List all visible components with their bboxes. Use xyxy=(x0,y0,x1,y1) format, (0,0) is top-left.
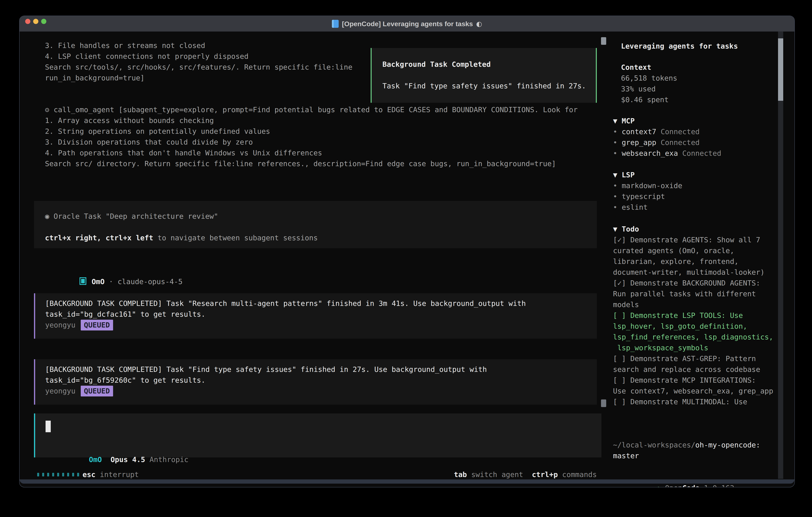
oracle-task-hint: ctrl+x right, ctrl+x left to navigate be… xyxy=(45,233,318,243)
chevron-down-icon: ▼ xyxy=(613,225,617,233)
mcp-item: • websearch_exa Connected xyxy=(613,148,721,159)
todo-section: ▼ Todo [✓] Demonstrate AGENTS: Show all … xyxy=(613,224,773,407)
task-result-line: task_id="bg_dcfac161" to get results. xyxy=(45,309,597,320)
agent-name: OmO xyxy=(91,277,105,286)
sidebar-scrollbar-thumb[interactable] xyxy=(778,38,783,101)
background-task-notification[interactable]: Background Task Completed Task "Find typ… xyxy=(371,48,597,103)
tool-call-text: call_omo_agent [subagent_type=explore, p… xyxy=(54,106,578,114)
transcript-line: Search src/tools/, src/hooks/, src/featu… xyxy=(45,62,352,73)
input-model-name: Opus 4.5 xyxy=(111,456,145,464)
mcp-item-name: websearch_exa xyxy=(621,149,678,157)
context-section: Context 66,518 tokens 33% used $0.46 spe… xyxy=(621,62,677,105)
mcp-section: ▼ MCP • context7 Connected • grep_app Co… xyxy=(613,115,721,159)
transcript-line: 4. LSP client connections not properly d… xyxy=(45,51,352,62)
notification-body: Task "Find type safety issues" finished … xyxy=(382,81,586,91)
oracle-task-title: ◉ Oracle Task "Deep architecture review" xyxy=(45,211,218,222)
context-header: Context xyxy=(621,62,677,73)
zoom-button[interactable] xyxy=(41,19,46,24)
keyboard-hints: tab switch agent ctrl+p commands xyxy=(454,469,597,480)
path-prefix: ~/local-workspaces/ xyxy=(613,441,695,449)
app-version: 1.0.163 xyxy=(700,484,734,487)
agent-square-icon xyxy=(80,277,86,285)
desktop: [OpenCode] Leveraging agents for tasks ◐… xyxy=(0,0,812,517)
background-task-message: [BACKGROUND TASK COMPLETED] Task "Resear… xyxy=(34,293,597,339)
minimize-button[interactable] xyxy=(33,19,38,24)
status-badge: QUEUED xyxy=(81,386,113,397)
todo-header-label: Todo xyxy=(621,225,639,233)
transcript-line: 4. Path operations that don't handle Win… xyxy=(45,147,578,158)
tool-call-line: ⚙ call_omo_agent [subagent_type=explore,… xyxy=(45,104,578,115)
terminal-window: [OpenCode] Leveraging agents for tasks ◐… xyxy=(19,16,795,487)
task-result-line: [BACKGROUND TASK COMPLETED] Task "Find t… xyxy=(45,364,597,375)
status-bar: esc interrupt tab switch agent ctrl+p co… xyxy=(20,469,609,480)
lsp-header[interactable]: ▼ LSP xyxy=(613,169,682,180)
todo-line-active: lsp_hover, lsp_goto_definition, xyxy=(613,321,773,332)
bullet-icon: • xyxy=(613,192,617,200)
terminal-content: 3. File handles or streams not closed 4.… xyxy=(20,32,794,484)
todo-line: document-writer, multimodal-looker) xyxy=(613,267,773,278)
transcript-block-2: ⚙ call_omo_agent [subagent_type=explore,… xyxy=(45,104,578,169)
todo-header[interactable]: ▼ Todo xyxy=(613,224,773,235)
notification-title: Background Task Completed xyxy=(382,59,491,70)
task-result-line: [BACKGROUND TASK COMPLETED] Task "Resear… xyxy=(45,298,597,309)
todo-line: Run parallel tasks with different xyxy=(613,289,773,299)
status-badge: QUEUED xyxy=(81,320,113,330)
workspace-path: ~/local-workspaces/oh-my-opencode: maste… xyxy=(613,440,760,461)
window-bottom-edge xyxy=(20,480,794,484)
bullet-icon: • xyxy=(613,138,617,146)
lsp-item-name: typescript xyxy=(621,192,665,200)
background-task-message: [BACKGROUND TASK COMPLETED] Task "Find t… xyxy=(34,359,597,405)
transcript-line: Search src/ directory. Return specific f… xyxy=(45,158,578,169)
window-titlebar[interactable]: [OpenCode] Leveraging agents for tasks ◐ xyxy=(20,16,794,32)
transcript-line: 3. File handles or streams not closed xyxy=(45,40,352,51)
mcp-header[interactable]: ▼ MCP xyxy=(613,115,721,126)
task-author: yeongyu xyxy=(45,321,76,329)
chevron-down-icon: ▼ xyxy=(613,171,617,179)
secondary-scrollbar-thumb[interactable] xyxy=(601,400,606,407)
todo-line: models xyxy=(613,299,773,310)
folder-icon xyxy=(332,20,339,28)
todo-line: curated agents (OmO, oracle, xyxy=(613,245,773,256)
transcript-line: 2. String operations on potentially unde… xyxy=(45,126,578,137)
mcp-item-name: grep_app xyxy=(621,138,656,146)
app-name-dim: Open xyxy=(665,484,682,487)
context-tokens: 66,518 tokens xyxy=(621,73,677,84)
mcp-item: • grep_app Connected xyxy=(613,137,721,148)
todo-line-active: lsp_find_references, lsp_diagnostics, xyxy=(613,332,773,343)
main-scrollbar-thumb[interactable] xyxy=(601,37,606,45)
lsp-item: • markdown-oxide xyxy=(613,180,682,191)
todo-line: search and replace across codebase xyxy=(613,364,773,375)
session-title: Leveraging agents for tasks xyxy=(621,41,738,52)
task-result-line: task_id="bg_6f59260c" to get results. xyxy=(45,375,597,386)
app-name-bold: Code xyxy=(682,484,700,487)
todo-line: [ ] Demonstrate MCP INTEGRATIONS: xyxy=(613,375,773,386)
agent-header: OmO · claude-opus-4-5 xyxy=(45,266,183,298)
spinner-dots-icon xyxy=(37,469,79,480)
esc-action-label: interrupt xyxy=(95,470,139,479)
bullet-icon: • xyxy=(613,149,617,157)
task-meta-row: yeongyuQUEUED xyxy=(45,386,597,397)
agent-model: · claude-opus-4-5 xyxy=(105,277,182,286)
record-circle-icon: ◉ xyxy=(45,212,49,220)
task-meta-row: yeongyuQUEUED xyxy=(45,320,597,330)
prompt-input[interactable]: OmO Opus 4.5 Anthropic xyxy=(34,413,601,457)
traffic-lights xyxy=(25,19,46,24)
bullet-icon: • xyxy=(613,203,617,211)
input-provider-name: Anthropic xyxy=(149,456,188,464)
todo-line: [ ] Demonstrate MULTIMODAL: Use xyxy=(613,397,773,407)
gear-icon: ⚙ xyxy=(45,106,49,114)
todo-line: [✓] Demonstrate AGENTS: Show all 7 xyxy=(613,235,773,245)
path-line: ~/local-workspaces/oh-my-opencode: xyxy=(613,440,760,451)
todo-line: [ ] Demonstrate AST-GREP: Pattern xyxy=(613,353,773,364)
bullet-icon: • xyxy=(613,182,617,190)
lsp-item: • typescript xyxy=(613,191,682,202)
close-button[interactable] xyxy=(25,19,30,24)
transcript-line: 3. Division operations that could divide… xyxy=(45,137,578,147)
repo-name: oh-my-opencode: xyxy=(695,441,760,449)
lsp-header-label: LSP xyxy=(621,171,635,179)
half-circle-icon: ◐ xyxy=(476,16,482,32)
ctrlp-key-label: ctrl+p xyxy=(532,470,558,479)
oracle-task-panel: ◉ Oracle Task "Deep architecture review"… xyxy=(34,201,597,248)
esc-key-label: esc xyxy=(83,470,95,479)
ctrlp-action-label: commands xyxy=(558,470,597,479)
